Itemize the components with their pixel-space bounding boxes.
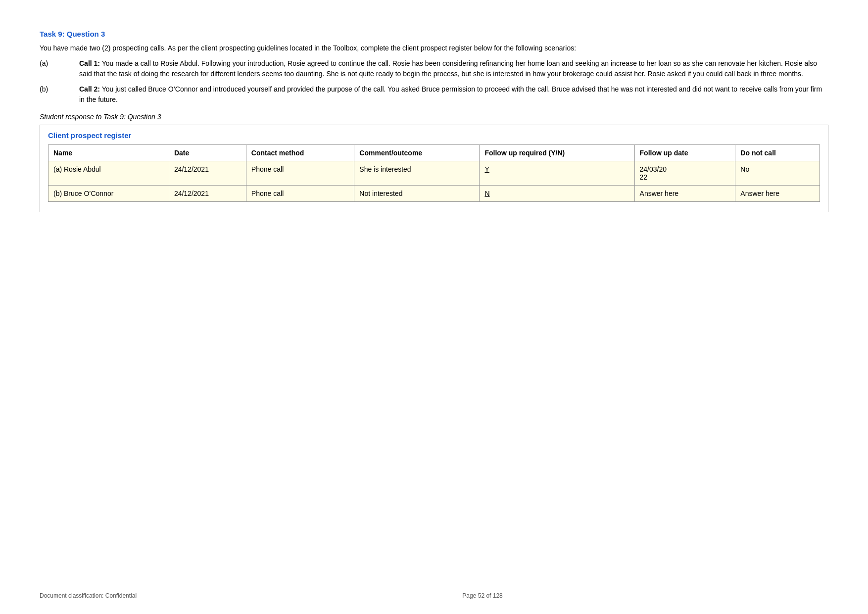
footer: Document classification: Confidential Pa… xyxy=(40,592,828,599)
col-header-followup: Follow up required (Y/N) xyxy=(480,145,634,161)
footer-left: Document classification: Confidential xyxy=(40,592,137,599)
call-b-content: Call 2: You just called Bruce O’Connor a… xyxy=(79,84,828,105)
row2-followup-value: N xyxy=(484,189,489,197)
prospect-table: Name Date Contact method Comment/outcome… xyxy=(48,144,820,202)
table-row: (b) Bruce O’Connor 24/12/2021 Phone call… xyxy=(48,186,820,202)
call-b-bold-label: Call 2: xyxy=(79,85,100,93)
row2-contact: Phone call xyxy=(246,186,354,202)
row1-followup-date: 24/03/20 22 xyxy=(634,161,735,186)
row1-name: (a) Rosie Abdul xyxy=(48,161,169,186)
table-row: (a) Rosie Abdul 24/12/2021 Phone call Sh… xyxy=(48,161,820,186)
call-item-a: (a) Call 1: You made a call to Rosie Abd… xyxy=(40,58,828,79)
col-header-date: Date xyxy=(169,145,246,161)
row2-name: (b) Bruce O’Connor xyxy=(48,186,169,202)
col-header-name: Name xyxy=(48,145,169,161)
intro-paragraph: You have made two (2) prospecting calls.… xyxy=(40,43,828,53)
row2-followup-date: Answer here xyxy=(634,186,735,202)
row1-date: 24/12/2021 xyxy=(169,161,246,186)
call-a-label: (a) xyxy=(40,58,79,79)
row2-date: 24/12/2021 xyxy=(169,186,246,202)
call-a-content: Call 1: You made a call to Rosie Abdul. … xyxy=(79,58,828,79)
row2-followup: N xyxy=(480,186,634,202)
col-header-donotcall: Do not call xyxy=(735,145,820,161)
call-b-text: You just called Bruce O’Connor and intro… xyxy=(79,85,822,103)
call-a-text: You made a call to Rosie Abdul. Followin… xyxy=(79,59,817,78)
row2-donotcall: Answer here xyxy=(735,186,820,202)
student-response-label: Student response to Task 9: Question 3 xyxy=(40,113,828,121)
task-title: Task 9: Question 3 xyxy=(40,30,828,38)
row1-contact: Phone call xyxy=(246,161,354,186)
row1-followup: Y xyxy=(480,161,634,186)
register-box: Client prospect register Name Date Conta… xyxy=(40,125,828,212)
row1-comment: She is interested xyxy=(354,161,480,186)
register-title: Client prospect register xyxy=(48,131,820,140)
row1-donotcall: No xyxy=(735,161,820,186)
call-b-label: (b) xyxy=(40,84,79,105)
call-item-b: (b) Call 2: You just called Bruce O’Conn… xyxy=(40,84,828,105)
row2-comment: Not interested xyxy=(354,186,480,202)
col-header-contact: Contact method xyxy=(246,145,354,161)
footer-center: Page 52 of 128 xyxy=(462,592,502,599)
call-a-bold-label: Call 1: xyxy=(79,59,100,67)
col-header-comment: Comment/outcome xyxy=(354,145,480,161)
col-header-followup-date: Follow up date xyxy=(634,145,735,161)
calls-list: (a) Call 1: You made a call to Rosie Abd… xyxy=(40,58,828,105)
row1-followup-value: Y xyxy=(484,165,489,173)
table-header-row: Name Date Contact method Comment/outcome… xyxy=(48,145,820,161)
